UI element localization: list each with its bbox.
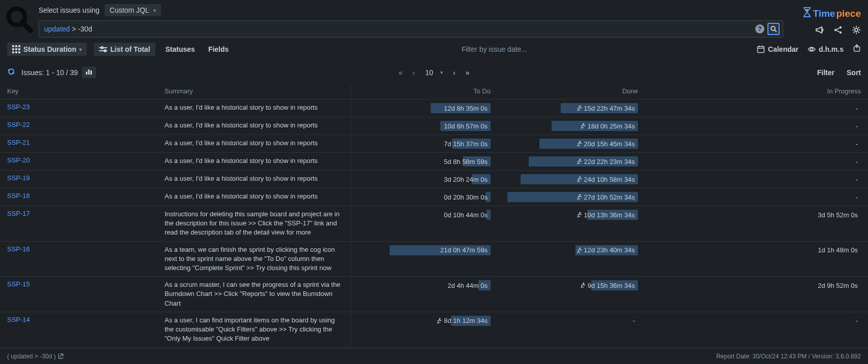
refresh-icon[interactable] <box>7 68 15 78</box>
col-header-todo[interactable]: To Do <box>350 83 498 100</box>
issue-summary: As a user, I'd like a historical story t… <box>165 192 343 201</box>
issue-key-link[interactable]: SSP-20 <box>7 156 30 164</box>
filter-date-input[interactable]: Filter by issue date... <box>462 45 527 53</box>
cell-inprogress: 1d 1h 48m 0s <box>645 241 868 277</box>
issue-key-link[interactable]: SSP-14 <box>7 316 30 323</box>
calendar-button[interactable]: Calendar <box>757 45 798 53</box>
cell-inprogress: - <box>645 171 868 188</box>
table-row: SSP-20As a user, I'd like a historical s… <box>0 153 868 171</box>
jql-search-bar[interactable]: updated > -30d ? <box>39 20 783 38</box>
page-last-icon[interactable]: » <box>465 69 469 77</box>
cell-done: 12d 23h 40m 34s <box>498 241 645 277</box>
svg-point-22 <box>810 48 813 51</box>
search-button[interactable] <box>767 23 780 35</box>
statuses-link[interactable]: Statuses <box>163 43 198 56</box>
announce-icon[interactable] <box>815 25 824 37</box>
page-prev-icon[interactable]: ‹ <box>413 69 415 77</box>
page-size-dropdown[interactable]: 10 ▾ <box>425 69 443 77</box>
table-row: SSP-21As a user, I'd like a historical s… <box>0 135 868 153</box>
list-of-total-button[interactable]: List of Total <box>94 43 155 56</box>
cell-done: - <box>498 312 645 347</box>
table-row: SSP-23As a user, I'd like a historical s… <box>0 100 868 117</box>
cell-todo: 10d 6h 57m 0s <box>350 117 498 135</box>
cell-done: 10d 13h 36m 34s <box>498 206 645 242</box>
svg-point-30 <box>579 159 581 160</box>
sort-button[interactable]: Sort <box>847 69 861 77</box>
share-icon[interactable] <box>833 25 843 37</box>
cell-inprogress: - <box>645 135 868 153</box>
chart-toggle-button[interactable] <box>82 67 96 78</box>
hourglass-icon <box>802 7 812 20</box>
jql-mode-dropdown[interactable]: Custom JQL ▾ <box>105 4 161 16</box>
dhms-label: d.h.m.s <box>819 45 844 53</box>
running-icon <box>576 105 582 111</box>
svg-point-33 <box>579 212 581 214</box>
svg-point-2 <box>771 26 775 30</box>
table-row: SSP-15As a scrum master, I can see the p… <box>0 277 868 312</box>
cell-inprogress: - <box>645 153 868 171</box>
svg-rect-18 <box>758 47 764 53</box>
fields-link[interactable]: Fields <box>205 43 232 56</box>
filter-button[interactable]: Filter <box>817 69 834 77</box>
svg-point-28 <box>583 123 584 125</box>
table-row: SSP-22As a user, I'd like a historical s… <box>0 117 868 135</box>
status-duration-dropdown[interactable]: Status Duration ▾ <box>7 43 87 56</box>
svg-point-5 <box>840 26 842 28</box>
time-format-button[interactable]: d.h.m.s <box>808 45 844 53</box>
svg-rect-24 <box>86 72 87 75</box>
jql-rest: > -30d <box>70 25 92 33</box>
footer-query-link[interactable]: ( updated > -30d ) <box>7 353 63 360</box>
table-row: SSP-17Instructions for deleting this sam… <box>0 206 868 242</box>
cell-todo: 5d 8h 58m 59s <box>350 153 498 171</box>
brand-text-1: Time <box>813 8 835 19</box>
col-header-inprogress[interactable]: In Progress <box>645 83 868 100</box>
svg-point-36 <box>439 318 441 319</box>
table-row: SSP-16As a team, we can finish the sprin… <box>0 241 868 277</box>
issue-key-link[interactable]: SSP-21 <box>7 139 30 146</box>
running-icon <box>576 212 582 218</box>
cell-todo: 12d 8h 35m 0s <box>350 100 498 117</box>
running-icon <box>576 176 582 182</box>
issue-key-link[interactable]: SSP-22 <box>7 121 30 128</box>
issue-key-link[interactable]: SSP-15 <box>7 280 30 288</box>
cell-todo: 0d 20h 30m 0s <box>350 188 498 206</box>
issue-key-link[interactable]: SSP-16 <box>7 245 30 253</box>
brand-text-2: piece <box>836 8 861 19</box>
issue-summary: As a team, we can finish the sprint by c… <box>165 245 343 273</box>
help-icon[interactable]: ? <box>755 24 764 34</box>
page-first-icon[interactable]: « <box>399 69 403 77</box>
results-table: Key Summary To Do Done In Progress SSP-2… <box>0 83 868 347</box>
calendar-icon <box>757 45 765 53</box>
external-link-icon <box>58 353 63 360</box>
issue-summary: As a user, I'd like a historical story t… <box>165 174 343 183</box>
eye-icon <box>808 45 816 53</box>
col-header-key[interactable]: Key <box>0 83 157 100</box>
cell-done: 18d 0h 25m 34s <box>498 117 645 135</box>
cell-inprogress: - <box>645 100 868 117</box>
jql-keyword: updated <box>44 25 70 33</box>
cell-todo: 7d 15h 37m 0s <box>350 135 498 153</box>
select-issues-label: Select issues using <box>39 6 100 14</box>
cell-todo: 21d 0h 47m 59s <box>350 241 498 277</box>
running-icon <box>580 282 586 288</box>
svg-line-8 <box>837 30 840 32</box>
issue-key-link[interactable]: SSP-17 <box>7 210 30 217</box>
page-next-icon[interactable]: › <box>453 69 456 77</box>
issue-key-link[interactable]: SSP-23 <box>7 103 30 111</box>
cell-inprogress: 3d 5h 52m 0s <box>645 206 868 242</box>
svg-line-14 <box>853 27 854 28</box>
export-icon[interactable] <box>853 44 861 55</box>
svg-point-32 <box>579 194 581 196</box>
issue-key-link[interactable]: SSP-19 <box>7 174 30 182</box>
issue-summary: As a scrum master, I can see the progres… <box>165 280 343 308</box>
col-header-summary[interactable]: Summary <box>157 83 350 100</box>
gear-icon[interactable] <box>852 25 861 37</box>
issue-summary: As a user, I'd like a historical story t… <box>165 156 343 166</box>
cell-inprogress: - <box>645 312 868 347</box>
cell-done: 15d 22h 47m 34s <box>498 100 645 117</box>
issue-summary: As a user, I'd like a historical story t… <box>165 139 343 148</box>
svg-line-7 <box>837 28 840 29</box>
col-header-done[interactable]: Done <box>498 83 645 100</box>
issue-key-link[interactable]: SSP-18 <box>7 192 30 200</box>
table-row: SSP-14As a user, I can find important it… <box>0 312 868 347</box>
